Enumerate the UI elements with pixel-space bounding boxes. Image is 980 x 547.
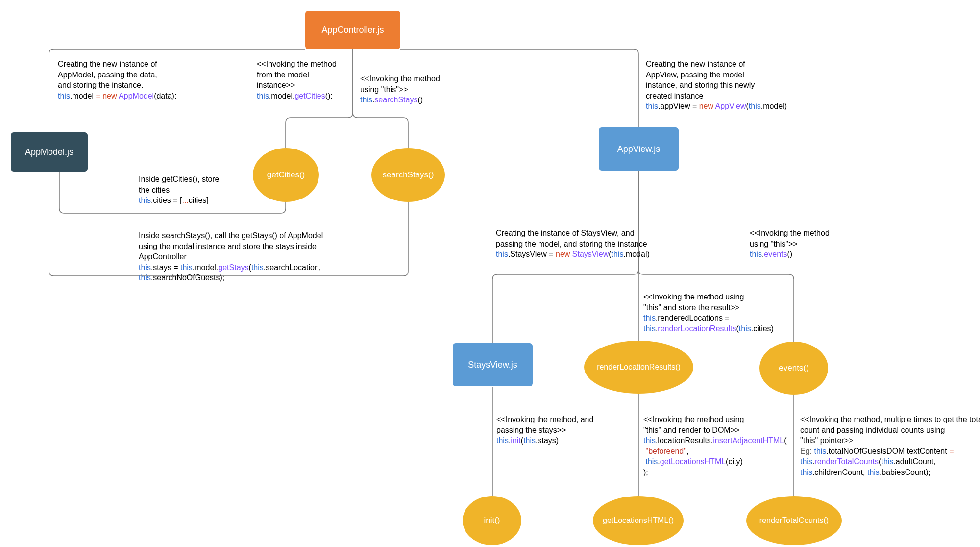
node-getcities: getCities() <box>253 148 319 202</box>
anno-appview-instance: Creating the new instance of AppView, pa… <box>646 59 793 112</box>
node-getlocationshtml: getLocationsHTML() <box>593 496 684 545</box>
anno-renderlocation-store: <<Invoking the method using "this" and s… <box>643 292 800 334</box>
node-renderlocationresults: renderLocationResults() <box>584 341 693 394</box>
node-searchstays: searchStays() <box>371 148 445 202</box>
node-appview: AppView.js <box>599 127 679 171</box>
node-rendertotalcounts: renderTotalCounts() <box>746 496 842 545</box>
anno-appmodel-instance: Creating the new instance of AppModel, p… <box>58 59 195 101</box>
node-appmodel: AppModel.js <box>11 132 88 172</box>
anno-invoke-getcities: <<Invoking the method from the model ins… <box>257 59 360 101</box>
anno-invoke-events: <<Invoking the method using "this">> thi… <box>750 228 862 260</box>
node-staysview: StaysView.js <box>453 343 533 386</box>
anno-staysview-instance: Creating the instance of StaysView, and … <box>496 228 672 260</box>
anno-getcities-body: Inside getCities(), store the cities thi… <box>139 174 251 206</box>
anno-render-to-dom: <<Invoking the method using "this" and r… <box>643 414 805 478</box>
anno-invoke-searchstays: <<Invoking the method using "this">> thi… <box>360 74 463 105</box>
anno-searchstays-body: Inside searchStays(), call the getStays(… <box>139 230 354 283</box>
anno-invoke-init: <<Invoking the method, and passing the s… <box>496 414 619 446</box>
node-init: init() <box>463 496 521 545</box>
anno-render-total-counts: <<Invoking the method, multiple times to… <box>800 414 980 478</box>
node-events: events() <box>760 342 828 395</box>
node-appcontroller: AppController.js <box>305 11 400 49</box>
